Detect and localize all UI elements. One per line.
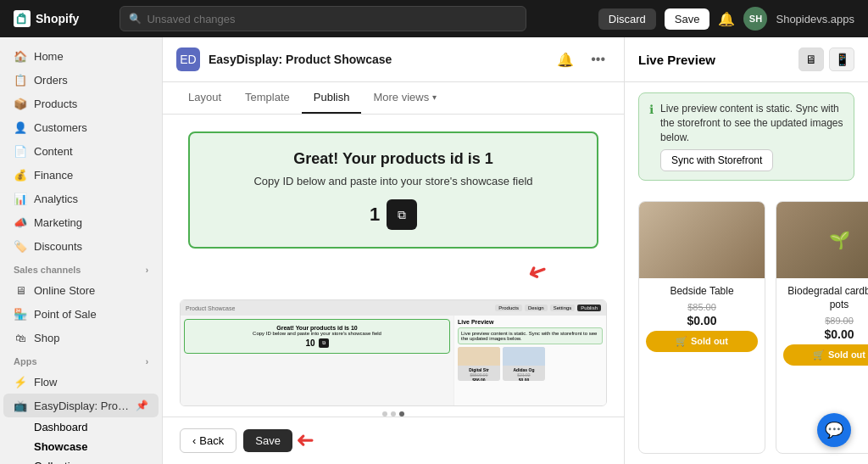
sidebar: 🏠 Home 📋 Orders 📦 Products 👤 Customers 📄… (0, 37, 163, 464)
info-text: Live preview content is static. Sync wit… (660, 102, 843, 144)
cart-icon-0: 🛒 (676, 336, 687, 347)
finance-icon: 💰 (14, 168, 27, 182)
point-of-sale-icon: 🏪 (14, 307, 27, 321)
sidebar-item-analytics[interactable]: 📊 Analytics (3, 187, 159, 210)
bell-icon-btn[interactable]: 🔔 (552, 50, 579, 70)
product-card-0: Bedside Table $85.00 $0.00 🛒 Sold out (638, 201, 765, 454)
product-id-box: Great! Your products id is 1 Copy ID bel… (188, 131, 598, 249)
marketing-icon: 📣 (14, 215, 27, 229)
save-button-top[interactable]: Save (665, 8, 710, 30)
chat-bubble-button[interactable]: 💬 (817, 413, 851, 447)
preview-title: Live Preview (638, 53, 715, 67)
editor-header-actions: 🔔 ••• (552, 50, 610, 70)
cart-icon-1: 🛒 (813, 349, 825, 361)
sync-storefront-button[interactable]: Sync with Storefront (660, 149, 773, 171)
tab-layout[interactable]: Layout (176, 82, 233, 114)
editor-header: ED EasyDisplay: Product Showcase 🔔 ••• (163, 37, 624, 82)
tab-publish[interactable]: Publish (302, 82, 362, 114)
preview-panel: Live Preview 🖥 📱 ℹ Live preview content … (625, 37, 868, 464)
tab-template[interactable]: Template (233, 82, 302, 114)
back-chevron-icon: ‹ (192, 434, 196, 447)
shopify-logo: Shopify (14, 10, 79, 27)
red-arrow-save: ➜ (296, 428, 314, 454)
search-input[interactable] (147, 13, 517, 25)
red-arrow-copy: ➜ (524, 255, 552, 288)
notification-pin-icon: 📌 (136, 400, 148, 411)
discard-button[interactable]: Discard (598, 8, 656, 30)
editor-footer: ‹ Back Save ➜ (163, 416, 624, 464)
mobile-view-btn[interactable]: 📱 (829, 48, 854, 71)
product-price-1: $0.00 (783, 327, 868, 341)
editor-title: EasyDisplay: Product Showcase (209, 53, 392, 66)
sidebar-item-customers[interactable]: 👤 Customers (3, 115, 159, 139)
more-options-btn[interactable]: ••• (586, 50, 610, 70)
sidebar-sub-collections[interactable]: Collections (3, 456, 159, 464)
editor-panel: ED EasyDisplay: Product Showcase 🔔 ••• L… (163, 37, 625, 464)
sidebar-item-finance[interactable]: 💰 Finance (3, 163, 159, 187)
sidebar-item-home[interactable]: 🏠 Home (3, 44, 159, 68)
flow-icon: ⚡ (14, 375, 27, 389)
content-area: ED EasyDisplay: Product Showcase 🔔 ••• L… (163, 37, 868, 464)
sidebar-item-orders[interactable]: 📋 Orders (3, 68, 159, 92)
sidebar-item-shop[interactable]: 🛍 Shop (3, 326, 159, 349)
sales-channels-label: Sales channels › (0, 258, 162, 278)
home-icon: 🏠 (14, 49, 27, 63)
tabs: Layout Template Publish More views ▾ (163, 82, 624, 115)
sidebar-sub-dashboard[interactable]: Dashboard (3, 417, 159, 437)
customers-icon: 👤 (14, 120, 27, 134)
chevron-down-icon: ▾ (432, 92, 437, 102)
save-button-editor[interactable]: Save (243, 429, 292, 452)
copy-row: 1 ⧉ (207, 199, 580, 230)
sidebar-item-flow[interactable]: ⚡ Flow (3, 370, 159, 394)
orders-icon: 📋 (14, 73, 27, 87)
sidebar-item-products[interactable]: 📦 Products (3, 92, 159, 115)
shop-icon: 🛍 (14, 331, 27, 344)
search-bar[interactable]: 🔍 (120, 6, 526, 31)
sidebar-item-easydisplay[interactable]: 📺 EasyDisplay: Product ... 📌 (3, 394, 159, 417)
mini-preview: Product Showcase Products Design Setting… (180, 299, 607, 406)
product-id-description: Copy ID below and paste into your store'… (207, 175, 580, 187)
avatar: SH (743, 7, 767, 31)
sidebar-item-online-store[interactable]: 🖥 Online Store (3, 278, 159, 302)
sidebar-item-marketing[interactable]: 📣 Marketing (3, 210, 159, 234)
desktop-view-btn[interactable]: 🖥 (798, 48, 824, 71)
analytics-icon: 📊 (14, 192, 27, 205)
product-price-0: $0.00 (646, 314, 758, 327)
chat-icon: 💬 (825, 421, 843, 439)
sold-out-btn-0[interactable]: 🛒 Sold out (646, 331, 758, 352)
sidebar-item-content[interactable]: 📄 Content (3, 139, 159, 163)
product-card-1: 🌱 Biodegradal cardboard pots $89.00 $0.0… (776, 201, 868, 454)
copy-button[interactable]: ⧉ (387, 199, 417, 230)
product-orig-price-1: $89.00 (783, 316, 868, 326)
notification-bell-icon[interactable]: 🔔 (718, 11, 735, 27)
chevron-right-icon: › (146, 266, 148, 275)
content-icon: 📄 (14, 144, 27, 158)
product-name-0: Bedside Table (646, 285, 758, 299)
product-id-value: 1 (370, 204, 380, 226)
preview-view-toggles: 🖥 📱 (798, 48, 854, 71)
editor-header-icon: ED (176, 48, 200, 71)
sold-out-btn-1[interactable]: 🛒 Sold out (783, 344, 868, 366)
product-image-1: 🌱 (776, 202, 868, 278)
products-icon: 📦 (14, 97, 27, 110)
product-name-1: Biodegradal cardboard pots (783, 285, 868, 311)
sidebar-item-discounts[interactable]: 🏷️ Discounts (3, 234, 159, 258)
easydisplay-icon: 📺 (14, 399, 27, 412)
topbar-actions: Discard Save 🔔 SH Shopidevs.apps (598, 7, 854, 31)
online-store-icon: 🖥 (14, 283, 27, 297)
topbar: Shopify 🔍 Discard Save 🔔 SH Shopidevs.ap… (0, 0, 868, 37)
sidebar-sub-showcase[interactable]: Showcase (3, 437, 159, 456)
tab-more-views[interactable]: More views ▾ (361, 82, 448, 114)
back-button[interactable]: ‹ Back (180, 428, 236, 453)
info-circle-icon: ℹ (649, 103, 654, 116)
main-layout: 🏠 Home 📋 Orders 📦 Products 👤 Customers 📄… (0, 37, 868, 464)
sidebar-item-point-of-sale[interactable]: 🏪 Point of Sale (3, 302, 159, 326)
shop-name: Shopidevs.apps (776, 13, 854, 25)
discounts-icon: 🏷️ (14, 239, 27, 253)
info-banner: ℹ Live preview content is static. Sync w… (638, 92, 854, 181)
preview-header: Live Preview 🖥 📱 (625, 37, 868, 82)
shopify-bag-icon (14, 10, 31, 27)
product-id-heading: Great! Your products id is 1 (207, 150, 580, 168)
product-orig-price-0: $85.00 (646, 302, 758, 312)
apps-label: Apps › (0, 349, 162, 370)
